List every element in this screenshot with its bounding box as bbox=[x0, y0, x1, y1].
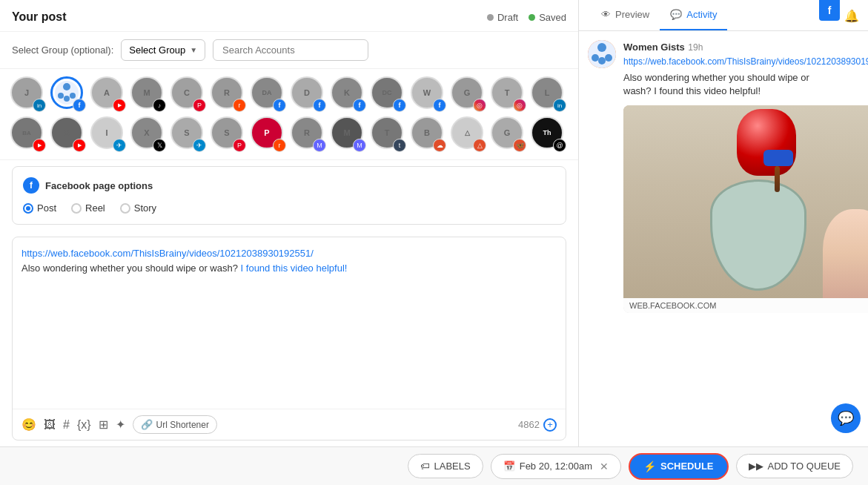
facebook-options: f Facebook page options Post Reel Story bbox=[12, 166, 566, 225]
hashtag-icon[interactable]: # bbox=[63, 418, 70, 432]
svg-point-2 bbox=[58, 93, 64, 99]
schedule-icon: ⚡ bbox=[643, 461, 656, 472]
activity-time: 19h bbox=[688, 42, 703, 53]
svg-point-7 bbox=[592, 54, 599, 62]
avatar-item[interactable]: DA f bbox=[251, 76, 286, 112]
post-text-content: Also wondering whether you should wipe o… bbox=[21, 263, 347, 274]
badge-icon: 🦋 bbox=[513, 139, 526, 152]
activity-body: Women Gists 19h https://web.facebook.com… bbox=[623, 40, 868, 313]
activity-post: Women Gists 19h https://web.facebook.com… bbox=[588, 40, 859, 313]
radio-story[interactable]: Story bbox=[120, 202, 156, 214]
avatar-item[interactable]: D f bbox=[291, 76, 326, 112]
facebook-badge-icon: f bbox=[433, 99, 446, 112]
avatar-item[interactable]: C P bbox=[170, 76, 206, 112]
avatar-item[interactable]: DC f bbox=[371, 76, 406, 112]
avatar-item[interactable]: M M bbox=[331, 116, 366, 152]
chat-bubble-button[interactable]: 💬 bbox=[831, 403, 861, 433]
mastodon-badge-icon: M bbox=[353, 139, 366, 152]
avatar-item[interactable]: I ✈ bbox=[90, 116, 126, 152]
variable-icon[interactable]: {x} bbox=[77, 418, 91, 432]
bottom-bar: 🏷 LABELS 📅 Feb 20, 12:00am ✕ ⚡ SCHEDULE … bbox=[0, 446, 868, 485]
avatar-item[interactable]: X 𝕏 bbox=[130, 116, 166, 152]
bell-icon[interactable]: 🔔 bbox=[844, 8, 859, 22]
queue-icon: ▶▶ bbox=[749, 461, 763, 472]
emoji-icon[interactable]: 😊 bbox=[21, 418, 36, 432]
labels-button-label: LABELS bbox=[434, 461, 471, 472]
avatar-item[interactable]: M ♪ bbox=[130, 76, 166, 112]
avatar-item[interactable]: BA ▶ bbox=[10, 116, 46, 152]
saved-status: Saved bbox=[529, 12, 566, 23]
radio-dot-post bbox=[23, 203, 33, 214]
char-plus-button[interactable]: + bbox=[543, 418, 557, 432]
radio-reel[interactable]: Reel bbox=[71, 202, 105, 214]
schedule-date-button[interactable]: 📅 Feb 20, 12:00am ✕ bbox=[491, 454, 621, 479]
svg-point-8 bbox=[605, 54, 612, 62]
activity-link[interactable]: https://web.facebook.com/ThisIsBrainy/vi… bbox=[623, 56, 868, 67]
grid-icon[interactable]: ⊞ bbox=[99, 418, 108, 432]
avatar-item[interactable]: A ▶ bbox=[90, 76, 126, 112]
avatar-item[interactable]: B ☁ bbox=[411, 116, 446, 152]
schedule-button-label: SCHEDULE bbox=[660, 461, 714, 472]
avatar-item[interactable]: J in bbox=[10, 76, 46, 112]
threads-badge-icon: @ bbox=[553, 139, 566, 152]
radio-post-label: Post bbox=[37, 202, 56, 214]
avatar-item[interactable]: G 🦋 bbox=[491, 116, 526, 152]
group-select-row: Select Group (optional): Select Group ▼ bbox=[0, 32, 578, 69]
labels-button[interactable]: 🏷 LABELS bbox=[408, 454, 483, 478]
schedule-button[interactable]: ⚡ SCHEDULE bbox=[629, 453, 729, 480]
tab-activity[interactable]: 💬 Activity bbox=[660, 0, 727, 30]
tiktok-badge-icon: ♪ bbox=[153, 99, 166, 112]
saved-dot bbox=[529, 14, 535, 21]
avatar-item[interactable]: Th @ bbox=[531, 116, 566, 152]
facebook-badge-icon: f bbox=[393, 99, 406, 112]
labels-tag-icon: 🏷 bbox=[420, 461, 430, 472]
image-icon[interactable]: 🖼 bbox=[44, 418, 56, 432]
avatar-item[interactable]: W f bbox=[411, 76, 446, 112]
avatar-row-1: J in f A ▶ M ♪ C bbox=[10, 76, 568, 112]
avatar-row-2: BA ▶ B ▶ I ✈ X 𝕏 S ✈ bbox=[10, 116, 568, 152]
avatars-section: J in f A ▶ M ♪ C bbox=[0, 69, 578, 160]
radio-post[interactable]: Post bbox=[23, 202, 56, 214]
mastodon-badge-icon: M bbox=[313, 139, 326, 152]
search-accounts-input[interactable] bbox=[213, 39, 368, 61]
activity-text: Also wondering whether you should wipe o… bbox=[623, 71, 868, 98]
avatar-item[interactable]: T t bbox=[371, 116, 406, 152]
group-label: Select Group (optional): bbox=[12, 44, 113, 56]
post-title: Your post bbox=[12, 10, 66, 24]
eye-icon: 👁 bbox=[601, 9, 611, 20]
bluesky-badge-icon: ☁ bbox=[433, 139, 446, 152]
avatar-item[interactable]: △ △ bbox=[451, 116, 486, 152]
avatar-item[interactable]: R r bbox=[211, 76, 246, 112]
activity-image-visual bbox=[623, 105, 868, 298]
avatar-item[interactable]: B ▶ bbox=[50, 116, 86, 152]
chat-icon: 💬 bbox=[670, 9, 682, 20]
post-text[interactable]: https://web.facebook.com/ThisIsBrainy/vi… bbox=[13, 237, 566, 409]
avatar-item[interactable]: K f bbox=[331, 76, 366, 112]
avatar-item[interactable]: R M bbox=[291, 116, 326, 152]
avatar-item[interactable]: L in bbox=[531, 76, 566, 112]
avatar-item[interactable]: f bbox=[50, 76, 86, 112]
avatar-item[interactable]: S ✈ bbox=[170, 116, 206, 152]
add-to-queue-button[interactable]: ▶▶ ADD TO QUEUE bbox=[736, 454, 853, 478]
post-header: Your post Draft Saved bbox=[0, 0, 578, 32]
reddit-badge-icon: r bbox=[233, 99, 246, 112]
schedule-date-value: Feb 20, 12:00am bbox=[520, 461, 592, 472]
tab-preview[interactable]: 👁 Preview bbox=[591, 0, 660, 30]
activity-text-line2: wash? I found this video helpful! bbox=[623, 85, 761, 96]
facebook-top-icon: f bbox=[819, 0, 840, 21]
avatar-item[interactable]: P r bbox=[251, 116, 286, 152]
sparkle-icon[interactable]: ✦ bbox=[116, 418, 125, 432]
avatar-item[interactable]: T ◎ bbox=[491, 76, 526, 112]
clear-date-button[interactable]: ✕ bbox=[600, 461, 609, 472]
activity-account-name: Women Gists bbox=[623, 42, 685, 53]
avatar-item[interactable]: S P bbox=[211, 116, 246, 152]
badge-icon: △ bbox=[473, 139, 486, 152]
url-shortener-button[interactable]: 🔗 Url Shortener bbox=[133, 415, 217, 434]
add-to-queue-label: ADD TO QUEUE bbox=[768, 461, 841, 472]
youtube-badge-icon: ▶ bbox=[73, 139, 86, 152]
avatar-item[interactable]: G ◎ bbox=[451, 76, 486, 112]
post-link[interactable]: https://web.facebook.com/ThisIsBrainy/vi… bbox=[21, 248, 314, 259]
telegram-badge-icon: ✈ bbox=[113, 139, 126, 152]
group-dropdown[interactable]: Select Group ▼ bbox=[121, 39, 205, 61]
radio-story-label: Story bbox=[134, 202, 156, 214]
